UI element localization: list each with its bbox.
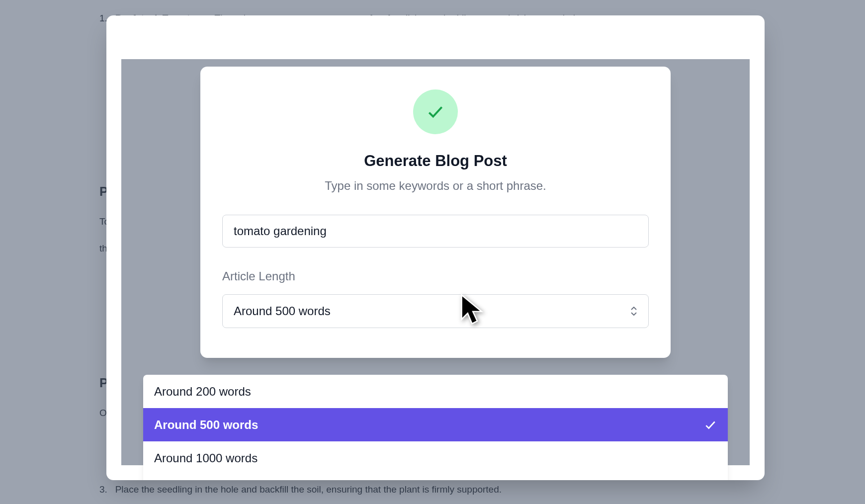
checkmark-icon xyxy=(704,419,717,431)
outer-panel: Generate Blog Post Type in some keywords… xyxy=(106,15,765,480)
dropdown-option-1000[interactable]: Around 1000 words xyxy=(143,441,728,475)
dropdown-option-200[interactable]: Around 200 words xyxy=(143,375,728,408)
article-length-select[interactable]: Around 500 words xyxy=(222,294,649,328)
article-length-dropdown: Around 200 words Around 500 words Around… xyxy=(143,375,728,480)
dropdown-option-2000[interactable]: Around 2000 words xyxy=(143,475,728,480)
inner-gray-area: Generate Blog Post Type in some keywords… xyxy=(121,59,750,465)
article-length-label: Article Length xyxy=(222,269,649,283)
keywords-input[interactable] xyxy=(222,215,649,248)
dropdown-option-500[interactable]: Around 500 words xyxy=(143,408,728,441)
checkmark-icon xyxy=(426,102,445,121)
success-icon-circle xyxy=(413,89,458,134)
modal-subtitle: Type in some keywords or a short phrase. xyxy=(222,179,649,193)
generate-blog-modal: Generate Blog Post Type in some keywords… xyxy=(200,67,671,358)
select-value: Around 500 words xyxy=(234,304,331,318)
bg-list-item: 3. Place the seedling in the hole and ba… xyxy=(99,481,766,498)
modal-title: Generate Blog Post xyxy=(222,152,649,170)
chevron-up-down-icon xyxy=(630,307,637,316)
